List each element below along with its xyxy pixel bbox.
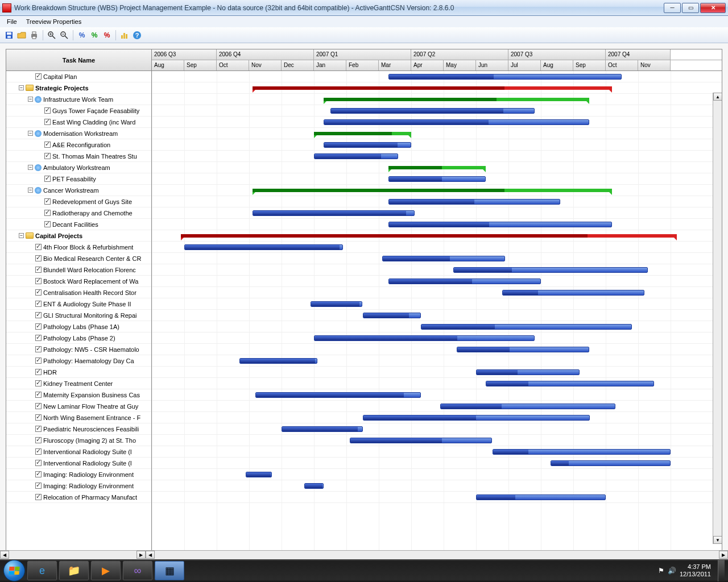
zoom-out-icon[interactable] <box>59 30 70 41</box>
svg-rect-13 <box>121 35 123 39</box>
svg-rect-14 <box>123 33 125 39</box>
svg-rect-15 <box>126 34 127 39</box>
print-icon[interactable] <box>28 30 40 41</box>
svg-line-7 <box>52 36 55 39</box>
chart-icon[interactable] <box>119 30 130 41</box>
svg-rect-2 <box>7 36 11 38</box>
app-icon <box>2 3 11 13</box>
open-icon[interactable] <box>16 30 27 41</box>
zoom-in-icon[interactable] <box>46 30 57 41</box>
close-button[interactable]: ✕ <box>700 3 726 13</box>
percent-red-icon[interactable]: % <box>101 30 113 41</box>
percent-green-icon[interactable]: % <box>89 30 100 41</box>
menubar: File Treeview Properties <box>0 16 728 27</box>
minimize-button[interactable]: ─ <box>664 3 681 13</box>
svg-line-11 <box>65 36 68 39</box>
svg-rect-5 <box>32 36 36 39</box>
toolbar: % % % ? <box>0 27 728 43</box>
svg-rect-1 <box>7 32 11 35</box>
percent-blue-icon[interactable]: % <box>76 30 88 41</box>
svg-text:?: ? <box>135 32 139 39</box>
save-icon[interactable] <box>3 30 15 41</box>
maximize-button[interactable]: ▭ <box>682 3 699 13</box>
svg-rect-4 <box>32 32 36 34</box>
help-icon[interactable]: ? <box>131 30 143 41</box>
menu-file[interactable]: File <box>2 17 22 26</box>
menu-treeview-properties[interactable]: Treeview Properties <box>22 17 86 26</box>
window-title: Work Breakdown Structure (WBS) Project M… <box>14 4 664 12</box>
window-titlebar: Work Breakdown Structure (WBS) Project M… <box>0 0 728 16</box>
